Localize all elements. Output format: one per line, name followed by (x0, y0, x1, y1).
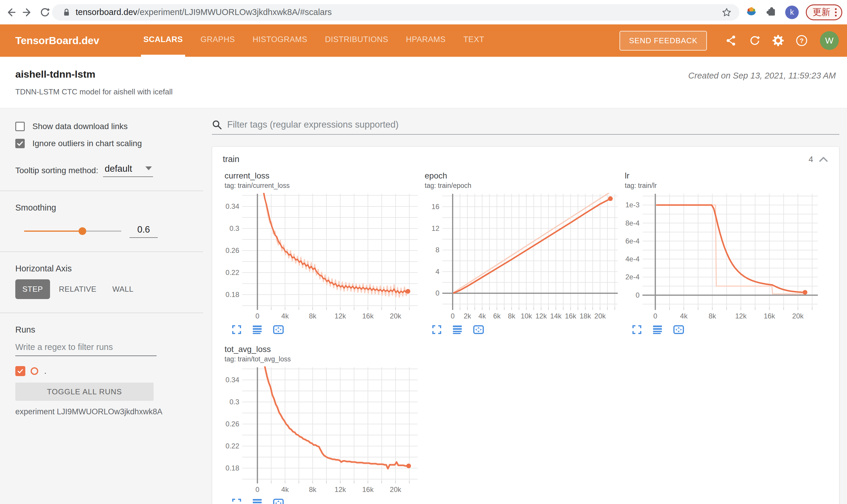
lock-icon (62, 8, 71, 17)
experiment-title: aishell-tdnn-lstm (15, 69, 96, 80)
experiment-header: aishell-tdnn-lstm TDNN-LSTM CTC model fo… (0, 57, 847, 108)
chart-plot[interactable]: 04k8k12k16k20k0.180.220.260.30.34 (225, 192, 419, 324)
svg-text:12k: 12k (535, 312, 547, 320)
tab-graphs[interactable]: GRAPHS (198, 24, 237, 57)
svg-text:0.3: 0.3 (229, 398, 239, 406)
back-icon[interactable] (4, 6, 17, 19)
run-checkbox-icon[interactable] (15, 366, 25, 376)
tab-hparams[interactable]: HPARAMS (403, 24, 448, 57)
settings-gear-icon[interactable] (771, 34, 785, 48)
browser-toolbar: tensorboard.dev/experiment/LJI9MWUORLOw3… (0, 0, 847, 24)
chart-tag: tag: train/epoch (425, 182, 620, 190)
smoothing-slider[interactable] (24, 227, 121, 235)
chrome-update-menu[interactable]: 更新 (806, 4, 842, 20)
svg-text:4k: 4k (281, 312, 289, 320)
fullscreen-icon[interactable] (231, 325, 242, 335)
svg-text:0.18: 0.18 (225, 464, 239, 472)
horizontal-axis-label: Horizontal Axis (15, 264, 194, 273)
svg-text:0.26: 0.26 (225, 420, 239, 428)
svg-text:?: ? (800, 37, 803, 44)
send-feedback-button[interactable]: SEND FEEDBACK (620, 31, 707, 51)
horizontal-bars-icon[interactable] (452, 325, 462, 335)
chart-plot[interactable]: 04k8k12k16k20k02e-44e-46e-48e-41e-3 (625, 192, 819, 324)
tab-histograms[interactable]: HISTOGRAMS (250, 24, 310, 57)
runs-filter-input[interactable] (15, 342, 157, 352)
chart-title: epoch (425, 171, 620, 181)
refresh-icon[interactable] (747, 34, 762, 48)
fit-domain-icon[interactable] (673, 325, 684, 335)
tag-filter-input[interactable] (227, 120, 839, 130)
divider (0, 251, 203, 252)
svg-text:12k: 12k (335, 312, 346, 320)
svg-text:8e-4: 8e-4 (625, 219, 640, 227)
axis-wall-button[interactable]: WALL (105, 280, 141, 299)
tab-distributions[interactable]: DISTRIBUTIONS (323, 24, 391, 57)
show-download-links-checkbox[interactable]: Show data download links (15, 122, 194, 131)
chevron-down-icon (145, 166, 152, 170)
url-bar[interactable]: tensorboard.dev/experiment/LJI9MWUORLOw3… (52, 4, 739, 21)
browser-profile-avatar[interactable]: k (785, 5, 799, 19)
chevron-up-icon[interactable] (818, 156, 828, 163)
train-section-header[interactable]: train 4 (212, 147, 839, 167)
chart-plot[interactable]: 04k8k12k16k20k0.180.220.260.30.34 (225, 365, 419, 498)
tab-scalars[interactable]: SCALARS (141, 24, 185, 57)
chart-card-tot_avg_loss: tot_avg_losstag: train/tot_avg_loss 04k8… (225, 345, 419, 504)
forward-icon[interactable] (21, 6, 34, 19)
svg-text:2e-4: 2e-4 (625, 273, 640, 281)
axis-relative-button[interactable]: RELATIVE (52, 280, 104, 299)
account-avatar[interactable]: W (820, 31, 839, 50)
fullscreen-icon[interactable] (432, 325, 442, 335)
svg-text:0: 0 (256, 485, 259, 493)
svg-text:20k: 20k (792, 312, 804, 320)
horizontal-bars-icon[interactable] (252, 325, 262, 335)
chart-toolbar (625, 325, 819, 335)
fullscreen-icon[interactable] (231, 498, 242, 504)
divider (0, 312, 203, 313)
svg-text:8k: 8k (309, 312, 317, 320)
svg-text:6k: 6k (493, 312, 501, 320)
help-icon[interactable]: ? (795, 34, 809, 48)
svg-text:20k: 20k (390, 312, 402, 320)
svg-text:4k: 4k (680, 312, 688, 320)
svg-text:0.22: 0.22 (225, 442, 239, 450)
fit-domain-icon[interactable] (473, 325, 484, 335)
app-header: TensorBoard.dev SCALARS GRAPHS HISTOGRAM… (0, 24, 847, 57)
svg-text:0: 0 (256, 312, 259, 320)
run-list-item[interactable]: . (15, 366, 194, 376)
fit-domain-icon[interactable] (273, 498, 284, 504)
svg-text:0.3: 0.3 (229, 224, 239, 232)
horizontal-bars-icon[interactable] (653, 325, 662, 335)
chart-card-lr: lrtag: train/lr 04k8k12k16k20k02e-44e-46… (625, 171, 819, 335)
toggle-all-runs-button[interactable]: TOGGLE ALL RUNS (15, 382, 154, 401)
svg-text:4e-4: 4e-4 (625, 255, 640, 263)
reload-icon[interactable] (38, 6, 51, 19)
axis-step-button[interactable]: STEP (15, 280, 50, 299)
fit-domain-icon[interactable] (273, 325, 284, 335)
horizontal-bars-icon[interactable] (252, 498, 262, 504)
svg-text:4: 4 (436, 268, 439, 275)
tab-text[interactable]: TEXT (461, 24, 486, 57)
ignore-outliers-checkbox[interactable]: Ignore outliers in chart scaling (15, 139, 194, 148)
svg-text:16k: 16k (362, 485, 374, 493)
url-text: tensorboard.dev/experiment/LJI9MWUORLOw3… (76, 7, 332, 17)
svg-text:12k: 12k (735, 312, 747, 320)
svg-text:0: 0 (653, 312, 657, 320)
extension-fruit-icon[interactable] (745, 5, 758, 19)
chart-plot[interactable]: 02k4k6k8k10k12k14k16k18k20k0481216 (425, 192, 620, 324)
chart-title: tot_avg_loss (225, 345, 419, 354)
chart-tag: tag: train/current_loss (225, 182, 419, 190)
fullscreen-icon[interactable] (632, 325, 642, 335)
svg-text:2k: 2k (464, 312, 471, 320)
bookmark-star-icon[interactable] (722, 7, 732, 17)
section-chart-count: 4 (809, 155, 813, 164)
slider-knob[interactable] (79, 227, 86, 235)
checkbox-icon (15, 122, 25, 131)
smoothing-value[interactable]: 0.6 (129, 224, 158, 238)
extensions-puzzle-icon[interactable] (765, 6, 777, 19)
svg-text:12k: 12k (335, 485, 346, 493)
share-icon[interactable] (724, 34, 738, 48)
main-panel: train 4 current_losstag: train/current_l… (203, 108, 847, 504)
experiment-subtitle: TDNN-LSTM CTC model for aishell with ice… (15, 87, 173, 96)
chart-title: current_loss (225, 171, 419, 181)
tooltip-sorting-select[interactable]: default (103, 163, 153, 177)
